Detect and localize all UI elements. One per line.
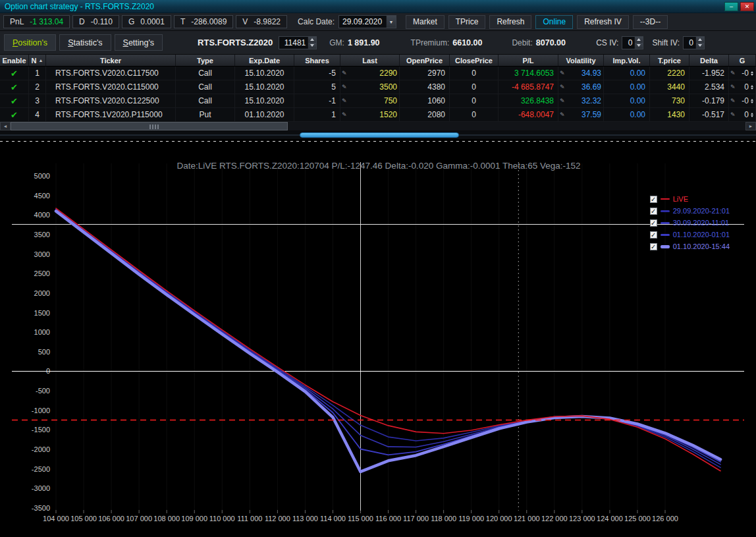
row-spinner[interactable] [751,113,753,117]
edit-pencil-icon[interactable]: ✎ [340,111,347,118]
spin-down-icon[interactable] [635,43,643,49]
column-header-expdate[interactable]: Exp.Date [235,55,294,66]
minimize-button[interactable]: – [724,2,738,11]
cell-openprice: 2080 [400,108,450,121]
online-button[interactable]: Online [535,15,573,29]
column-header-closeprice[interactable]: ClosePrice [450,55,499,66]
tab-statistics[interactable]: Statistic's [59,34,111,51]
refresh-iv-button[interactable]: Refresh IV [577,15,629,29]
calc-date-select[interactable]: 29.09.2020 ▼ [338,15,396,28]
close-button[interactable]: ✕ [740,2,754,11]
enabled-checkmark-icon[interactable]: ✔ [11,69,18,78]
table-row[interactable]: ✔3RTS.FORTS.V2020.C122500Call15.10.2020-… [0,94,756,108]
price-spinner[interactable] [308,37,316,49]
row-spinner[interactable] [751,99,753,103]
edit-pencil-icon[interactable]: ✎ [340,84,347,90]
cs-iv-spinbox[interactable]: 0 [622,36,643,49]
scroll-right-icon[interactable]: ► [745,122,756,130]
edit-pencil-icon[interactable]: ✎ [729,98,736,104]
calc-date-value: 29.09.2020 [339,16,386,28]
spin-down-icon[interactable] [696,43,704,49]
y-tick-label: -2000 [32,445,50,453]
enabled-checkmark-icon[interactable]: ✔ [11,82,18,92]
price-value[interactable]: 11481 [279,37,308,49]
legend-item: ✓LiVE [650,195,730,203]
edit-pencil-icon[interactable]: ✎ [558,70,565,76]
market-button[interactable]: Market [406,15,445,29]
table-row[interactable]: ✔4RTS.FORTS.1V2020.P115000Put01.10.20201… [0,108,756,122]
edit-pencil-icon[interactable]: ✎ [340,98,347,104]
spin-up-icon[interactable] [696,37,704,43]
column-header-openprice[interactable]: OpenPrice [400,55,450,66]
legend-item: ✓29.09.2020-21:01 [650,207,730,215]
tprice-button[interactable]: TPrice [448,15,486,29]
x-tick-label: 106 000 [98,515,124,523]
spin-up-icon[interactable] [308,37,316,43]
legend-checkbox[interactable]: ✓ [650,243,657,250]
payoff-chart[interactable]: 104 000105 000106 000107 000108 000109 0… [0,144,756,537]
shift-iv-value[interactable]: 0 [684,37,695,49]
column-header-g[interactable]: G [729,55,756,66]
cell-expdate: 15.10.2020 [235,94,294,107]
shift-iv-spinner[interactable] [695,37,704,49]
range-thumb[interactable] [300,132,459,138]
edit-pencil-icon[interactable]: ✎ [558,111,565,118]
legend-checkbox[interactable]: ✓ [650,231,657,239]
column-header-volatility[interactable]: Volatility [558,55,604,66]
refresh-button[interactable]: Refresh [489,15,531,29]
spin-up-icon[interactable] [635,37,643,43]
chart-legend: ✓LiVE✓29.09.2020-21:01✓30.09.2020-11:01✓… [650,195,730,250]
horizontal-scrollbar[interactable]: ◄ ► [0,122,756,131]
tab-positions[interactable]: Position's [4,34,56,51]
y-tick-label: 4000 [34,211,50,219]
cell-shares: 1 [294,108,340,121]
scroll-left-icon[interactable]: ◄ [0,122,11,130]
edit-pencil-icon[interactable]: ✎ [729,70,736,76]
edit-pencil-icon[interactable]: ✎ [558,84,565,90]
x-tick-label: 115 000 [348,515,373,523]
column-header-n[interactable]: N▲ [29,55,46,66]
column-header-delta[interactable]: Delta [689,55,729,66]
edit-pencil-icon[interactable]: ✎ [729,111,736,118]
cell-g: ✎0 [729,80,756,94]
legend-checkbox[interactable]: ✓ [650,219,657,227]
cell-tprice: 3440 [650,80,689,94]
tab-settings[interactable]: Setting's [115,34,163,51]
scrollbar-thumb[interactable] [11,122,288,130]
column-header-impvol[interactable]: Imp.Vol. [604,55,650,66]
column-header-ticker[interactable]: Ticker [46,55,176,66]
edit-pencil-icon[interactable]: ✎ [340,70,347,76]
edit-pencil-icon[interactable]: ✎ [729,84,736,90]
cs-iv-value[interactable]: 0 [622,37,634,49]
cell-closeprice: 0 [450,67,499,80]
spin-down-icon[interactable] [308,43,316,49]
column-header-tprice[interactable]: T.price [650,55,689,66]
legend-checkbox[interactable]: ✓ [650,208,657,215]
chevron-down-icon[interactable]: ▼ [386,16,396,28]
enabled-checkmark-icon[interactable]: ✔ [11,96,18,106]
cell-pl: -648.0047 [499,108,558,121]
splitter[interactable] [0,139,756,144]
legend-item: ✓01.10.2020-15:44 [650,242,730,250]
edit-pencil-icon[interactable]: ✎ [558,98,565,104]
row-spinner[interactable] [751,71,753,76]
column-header-pl[interactable]: P/L [499,55,558,66]
column-header-type[interactable]: Type [176,55,235,66]
column-header-enable[interactable]: Enable [0,55,29,66]
column-header-shares[interactable]: Shares [294,55,340,66]
price-spinbox[interactable]: 11481 [279,36,317,49]
table-row[interactable]: ✔1RTS.FORTS.V2020.C117500Call15.10.2020-… [0,67,756,80]
shift-iv-spinbox[interactable]: 0 [683,36,705,49]
row-spinner[interactable] [751,85,753,90]
column-header-last[interactable]: Last [340,55,400,66]
enabled-checkmark-icon[interactable]: ✔ [11,110,18,120]
table-row[interactable]: ✔2RTS.FORTS.V2020.C115000Call15.10.20205… [0,80,756,94]
y-tick-label: 1000 [34,328,50,336]
legend-checkbox[interactable]: ✓ [650,196,657,203]
3d-button[interactable]: --3D-- [633,15,668,29]
x-tick-label: 113 000 [292,515,318,523]
cs-iv-label: CS IV: [596,38,618,47]
chart-range-slider[interactable] [0,131,756,139]
cs-iv-spinner[interactable] [634,37,643,49]
cell-closeprice: 0 [450,80,499,94]
